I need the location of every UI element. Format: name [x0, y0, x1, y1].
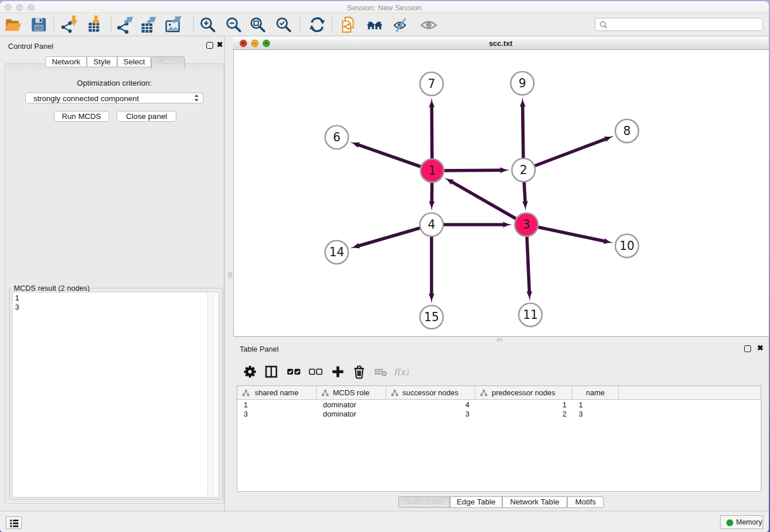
import-network-icon[interactable]	[61, 16, 79, 34]
table-panel-close-icon[interactable]: ✖	[757, 344, 764, 352]
settings-icon[interactable]	[242, 364, 257, 379]
node-label: 2	[519, 163, 527, 177]
column-label: MCDS role	[317, 388, 386, 397]
zoom-selected-icon[interactable]	[274, 16, 292, 34]
export-network-icon[interactable]	[116, 16, 134, 34]
table-toolbar: f(x)	[240, 357, 764, 379]
node-label: 3	[522, 218, 530, 232]
control-tab-style[interactable]: Style	[87, 56, 117, 67]
import-table-icon[interactable]	[87, 16, 105, 34]
deselect-all-icon[interactable]	[308, 364, 323, 379]
optimization-criterion-label: Optimization criterion:	[5, 79, 224, 87]
node-9[interactable]: 9	[510, 72, 533, 95]
node-14[interactable]: 14	[325, 241, 348, 264]
node-7[interactable]: 7	[419, 72, 442, 95]
node-11[interactable]: 11	[518, 303, 541, 326]
window-title: Session: New Session	[0, 3, 769, 12]
toolbar-separator	[111, 16, 111, 32]
table-panel-float-icon[interactable]	[744, 345, 751, 352]
node-8[interactable]: 8	[615, 119, 638, 142]
toolbar-separator	[53, 16, 54, 32]
table-cell[interactable]: 1	[237, 400, 317, 410]
control-tab-select[interactable]: Select	[117, 56, 151, 67]
run-mcds-button[interactable]: Run MCDS	[54, 111, 110, 122]
mcds-result-item[interactable]: 3	[13, 303, 218, 312]
node-15[interactable]: 15	[419, 306, 442, 329]
open-session-icon[interactable]	[3, 16, 22, 34]
column-header-name[interactable]: name	[572, 386, 619, 400]
control-panel-float-icon[interactable]	[206, 42, 213, 49]
split-panes-icon[interactable]	[264, 364, 279, 379]
refresh-layout-icon[interactable]	[308, 16, 326, 34]
node-1[interactable]: 1	[420, 159, 443, 182]
column-header-successor-nodes[interactable]: successor nodes	[386, 386, 475, 400]
function-builder-icon[interactable]: f(x)	[394, 364, 409, 379]
hide-eye-icon[interactable]	[392, 16, 410, 34]
table-cell[interactable]: 2	[475, 410, 572, 419]
show-eye-icon[interactable]	[419, 16, 438, 34]
control-tab-mcds[interactable]: MCDS	[151, 56, 185, 69]
vertical-split-handle[interactable]	[228, 272, 232, 277]
select-all-icon[interactable]	[286, 364, 301, 379]
criterion-dropdown[interactable]: strongly connected component	[25, 92, 203, 103]
mcds-panel: Optimization criterion: strongly connect…	[5, 63, 224, 504]
table-tab-network-table[interactable]: Network Table	[502, 496, 567, 508]
main-toolbar	[0, 13, 769, 36]
zoom-fit-icon[interactable]	[248, 16, 267, 34]
task-history-button[interactable]	[6, 516, 22, 529]
table-tab-edge-table[interactable]: Edge Table	[450, 496, 502, 508]
control-panel-close-icon[interactable]: ✖	[217, 40, 223, 49]
mcds-result-list[interactable]: 13	[12, 292, 219, 498]
list-icon	[6, 517, 22, 530]
node-table: shared name MCDS role successor nodes pr…	[237, 385, 761, 492]
table-cell[interactable]: 3	[237, 410, 317, 419]
edge-2-8[interactable]	[523, 139, 606, 170]
table-row[interactable]: 1dominator411	[237, 400, 761, 410]
home-views-icon[interactable]	[365, 16, 384, 34]
table-panel: Table Panel ✖ f(x) shared name MCDS role	[233, 341, 769, 511]
column-header-predecessor-nodes[interactable]: predecessor nodes	[475, 386, 572, 400]
zoom-out-icon[interactable]	[224, 16, 242, 34]
zoom-in-icon[interactable]	[198, 16, 217, 34]
node-10[interactable]: 10	[615, 234, 638, 257]
close-panel-button[interactable]: Close panel	[117, 111, 176, 122]
table-cell[interactable]: 3	[572, 410, 619, 419]
table-cell[interactable]: 3	[386, 410, 475, 419]
table-cell[interactable]: dominator	[317, 410, 386, 419]
export-image-icon[interactable]	[164, 16, 183, 34]
table-tab-motifs[interactable]: Motifs	[567, 496, 604, 508]
table-row[interactable]: 3dominator323	[237, 410, 761, 419]
table-tab-node-table[interactable]: Node Table	[398, 496, 450, 508]
table-cell[interactable]: 4	[386, 400, 475, 410]
memory-status-icon	[726, 519, 733, 526]
table-cell[interactable]: dominator	[317, 400, 386, 410]
node-label: 11	[522, 308, 537, 322]
edge-3-1[interactable]	[451, 182, 526, 225]
search-input[interactable]	[595, 18, 763, 31]
node-2[interactable]: 2	[511, 159, 534, 182]
copy-documents-icon[interactable]	[339, 16, 357, 34]
node-label: 9	[518, 76, 526, 90]
control-tab-network[interactable]: Network	[45, 56, 87, 67]
table-cell[interactable]: 1	[475, 400, 572, 410]
export-table-icon[interactable]	[140, 16, 158, 34]
node-4[interactable]: 4	[419, 213, 442, 236]
table-cell[interactable]: 1	[572, 400, 619, 410]
column-header-MCDS-role[interactable]: MCDS role	[317, 386, 386, 400]
network-canvas[interactable]: 1 2 3 4 6 7 8 9 10 11 14 15	[233, 50, 769, 337]
network-frame-title: scc.txt	[233, 39, 769, 48]
node-3[interactable]: 3	[514, 213, 537, 236]
node-label: 10	[619, 239, 634, 253]
delete-table-icon[interactable]	[374, 364, 388, 379]
node-6[interactable]: 6	[325, 126, 348, 149]
delete-row-icon[interactable]	[352, 364, 367, 379]
result-scrollbar[interactable]	[207, 293, 215, 496]
memory-button[interactable]: Memory	[720, 515, 763, 529]
save-session-icon[interactable]	[29, 16, 48, 34]
column-header-shared-name[interactable]: shared name	[237, 386, 317, 400]
memory-label: Memory	[736, 518, 762, 526]
toolbar-separator	[193, 16, 194, 32]
network-graph: 1 2 3 4 6 7 8 9 10 11 14 15	[234, 50, 768, 336]
add-row-icon[interactable]	[330, 364, 345, 379]
mcds-result-item[interactable]: 1	[13, 294, 218, 303]
